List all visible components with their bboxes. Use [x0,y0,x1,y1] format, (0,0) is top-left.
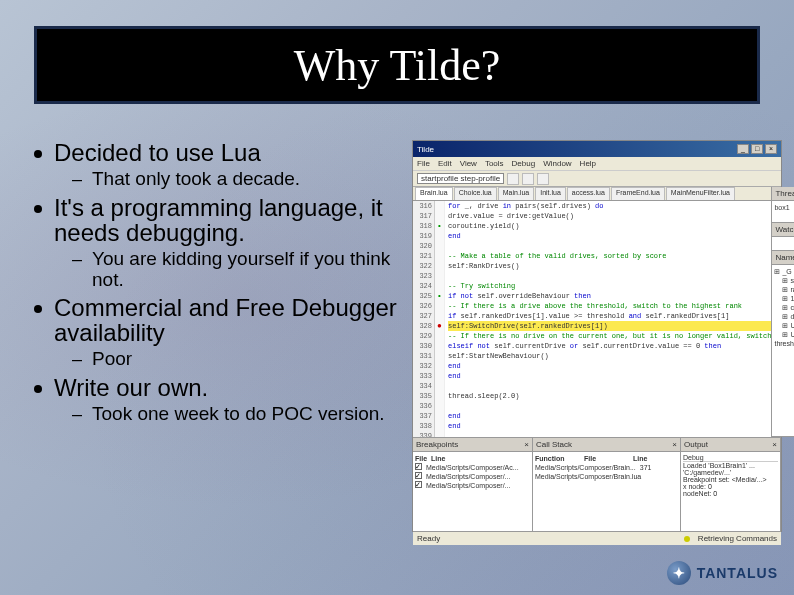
bullet-text: Commercial and Free Debugger availabilit… [54,295,404,345]
line-gutter: 3163173183193203213223233243253263273283… [413,201,435,437]
editor-pane: Brain.lua Choice.lua Main.lua Init.lua a… [413,187,772,437]
editor-tab[interactable]: Choice.lua [454,187,497,200]
ide-screenshot: Tilde _ □ × File Edit View Tools Debug W… [412,140,782,532]
bullet-item: Commercial and Free Debugger availabilit… [34,295,404,345]
logo-icon: ✦ [667,561,691,585]
panel-close-icon[interactable]: × [524,440,529,449]
minimize-icon[interactable]: _ [737,144,749,154]
callstack-panel: Call Stack× FunctionFileLineMedia/Script… [533,438,681,531]
bullet-item: Write our own. [34,375,404,400]
locals-panel-header[interactable]: Name [772,251,794,265]
editor-tab[interactable]: Main.lua [498,187,534,200]
toolbar: startprofile step-profile [413,171,781,187]
marker-margin[interactable]: • • ● [435,201,445,437]
maximize-icon[interactable]: □ [751,144,763,154]
watch-panel-body[interactable] [772,237,794,251]
bottom-panels: Breakpoints× FileLineMedia/Scripts/Compo… [413,437,781,531]
bullet-dot-icon [34,385,42,393]
toolbar-icon[interactable] [522,173,534,185]
threads-panel-body[interactable]: box1 [772,201,794,223]
toolbar-icon[interactable] [537,173,549,185]
status-bar: Ready Retrieving Commands [413,531,781,545]
toolbar-icon[interactable] [507,173,519,185]
bullet-subitem: –You are kidding yourself if you think n… [72,249,404,291]
panel-close-icon[interactable]: × [672,440,677,449]
panel-header[interactable]: Call Stack× [533,438,680,452]
company-logo: ✦ TANTALUS [667,561,778,585]
close-icon[interactable]: × [765,144,777,154]
bullet-subtext: You are kidding yourself if you think no… [92,249,404,291]
menu-item[interactable]: Edit [438,159,452,168]
menu-item[interactable]: File [417,159,430,168]
bullet-text: Write our own. [54,375,208,400]
code-area[interactable]: 3163173183193203213223233243253263273283… [413,201,771,437]
menu-item[interactable]: Window [543,159,571,168]
editor-tab[interactable]: MainMenuFilter.lua [666,187,735,200]
bullet-dot-icon [34,305,42,313]
bullet-subitem: –That only took a decade. [72,169,404,191]
side-panels: Threads× box1 Watch× Name ⊞ _G⊞ self⊞ ra… [772,187,794,437]
bullet-item: Decided to use Lua [34,140,404,165]
bullet-dot-icon [34,150,42,158]
logo-text: TANTALUS [697,565,778,581]
status-led-icon [684,536,690,542]
editor-tab[interactable]: FrameEnd.lua [611,187,665,200]
menu-item[interactable]: Tools [485,159,504,168]
editor-tab[interactable]: access.lua [567,187,610,200]
bullet-subtext: That only took a decade. [92,169,300,190]
bullet-dot-icon [34,205,42,213]
menu-bar: File Edit View Tools Debug Window Help [413,157,781,171]
window-title: Tilde [417,145,434,154]
watch-panel-header[interactable]: Watch× [772,223,794,237]
bullet-item: It's a programming language, it needs de… [34,195,404,245]
window-titlebar[interactable]: Tilde _ □ × [413,141,781,157]
bullet-content: Decided to use Lua –That only took a dec… [34,140,404,430]
locals-panel-body[interactable]: ⊞ _G⊞ self⊞ rankedDrives⊞ 1⊞ class⊞ driv… [772,265,794,437]
editor-tab[interactable]: Brain.lua [415,187,453,200]
panel-header[interactable]: Output× [681,438,780,452]
title-box: Why Tilde? [34,26,760,104]
bullet-subtext: Poor [92,349,132,370]
threads-panel-header[interactable]: Threads× [772,187,794,201]
editor-tab[interactable]: Init.lua [535,187,566,200]
panel-header[interactable]: Breakpoints× [413,438,532,452]
menu-item[interactable]: View [460,159,477,168]
output-panel: Output× DebugLoaded 'Box1Brain1' ... 'C:… [681,438,781,531]
status-right: Retrieving Commands [698,534,777,543]
bullet-subitem: –Took one week to do POC version. [72,404,404,426]
panel-close-icon[interactable]: × [772,440,777,449]
toolbar-field[interactable]: startprofile step-profile [417,173,504,184]
menu-item[interactable]: Debug [512,159,536,168]
thread-item[interactable]: box1 [774,203,794,212]
menu-item[interactable]: Help [580,159,596,168]
bullet-dash-icon: – [72,249,82,271]
breakpoints-panel: Breakpoints× FileLineMedia/Scripts/Compo… [413,438,533,531]
bullet-subitem: –Poor [72,349,404,371]
status-left: Ready [417,534,440,543]
bullet-dash-icon: – [72,404,82,426]
bullet-dash-icon: – [72,349,82,371]
code-lines[interactable]: for _, drive in pairs(self.drives) do dr… [445,201,771,437]
bullet-dash-icon: – [72,169,82,191]
bullet-text: Decided to use Lua [54,140,261,165]
editor-tabs: Brain.lua Choice.lua Main.lua Init.lua a… [413,187,771,201]
bullet-subtext: Took one week to do POC version. [92,404,385,425]
slide-title: Why Tilde? [294,40,501,91]
bullet-text: It's a programming language, it needs de… [54,195,404,245]
